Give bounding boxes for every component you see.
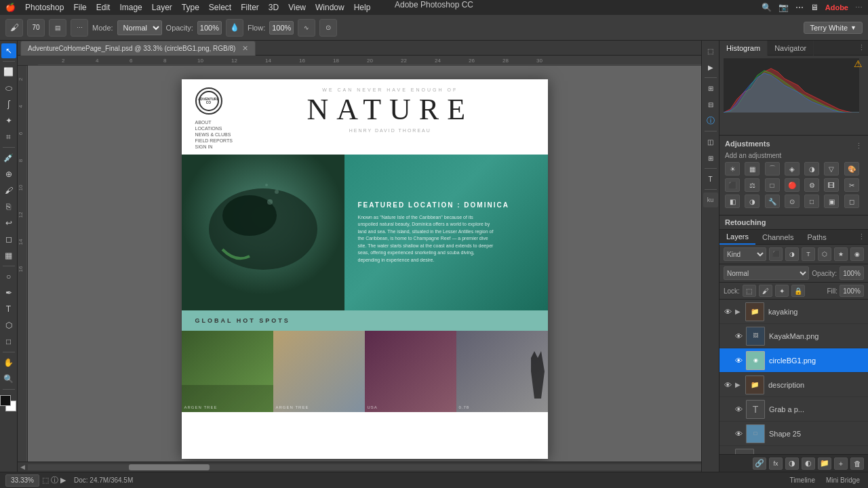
brush-tool[interactable]: 🖌: [1, 183, 16, 198]
compare-btn[interactable]: ◫: [703, 134, 718, 149]
layer-item-shape25[interactable]: 👁 □ Shape 25: [719, 422, 868, 446]
filter-shape-btn[interactable]: ⬡: [818, 247, 831, 261]
tab-layers[interactable]: Layers: [719, 230, 755, 245]
bw-btn[interactable]: ⬛: [725, 178, 740, 192]
tab-navigator[interactable]: Navigator: [768, 41, 814, 56]
extra-btn4[interactable]: ▣: [824, 195, 839, 208]
layer-adjustment-btn[interactable]: ◐: [802, 458, 815, 470]
layer-item-kayaking-text[interactable]: 👁 T KAYAKING: [719, 446, 868, 454]
marquee-rect-tool[interactable]: ⬜: [1, 64, 16, 79]
exposure-btn[interactable]: ◈: [785, 162, 800, 176]
brush-preset-btn[interactable]: ⋯: [71, 19, 88, 37]
move-tool[interactable]: ↖: [1, 43, 16, 58]
filter-smart-btn[interactable]: ★: [834, 247, 848, 261]
layer-visibility-description[interactable]: 👁: [722, 380, 733, 390]
layers-panel-menu[interactable]: ⋮: [858, 232, 868, 241]
layer-expand-description[interactable]: ▶: [735, 381, 743, 388]
menu-view[interactable]: View: [288, 3, 306, 12]
lock-all-btn[interactable]: 🔒: [791, 285, 805, 297]
flow-input[interactable]: [269, 21, 294, 35]
crop-tool[interactable]: ⌗: [1, 129, 16, 144]
history-brush-tool[interactable]: ↩: [1, 216, 16, 230]
layer-mask-btn[interactable]: ◑: [785, 458, 799, 470]
brush-options-btn[interactable]: ▤: [49, 19, 66, 37]
menu-image[interactable]: Image: [119, 3, 142, 12]
doc-canvas[interactable]: ADVENTURE CO ABOUT LOCATIONS NEWS & CLUB…: [28, 66, 701, 462]
menu-edit[interactable]: Edit: [96, 3, 111, 12]
spot-heal-tool[interactable]: ⊕: [1, 167, 16, 182]
artboard-tool[interactable]: ⬚: [703, 43, 718, 58]
eraser-tool[interactable]: ◻: [1, 232, 16, 247]
grid-btn[interactable]: ⊞: [703, 81, 718, 96]
filter-pixel-btn[interactable]: ⬛: [769, 247, 783, 261]
tab-paths[interactable]: Paths: [801, 230, 833, 245]
timeline-tab[interactable]: Timeline: [787, 476, 818, 484]
extra-btn3[interactable]: □: [804, 195, 819, 208]
layer-new-btn[interactable]: +: [834, 458, 848, 470]
photo-filter-btn[interactable]: ⚖: [745, 178, 760, 192]
grid2-btn[interactable]: ⊟: [703, 97, 718, 112]
mode-select[interactable]: Normal: [117, 20, 162, 35]
blend-mode-select[interactable]: Normal: [724, 266, 809, 280]
layer-kind-select[interactable]: Kind: [724, 247, 766, 261]
opacity-input[interactable]: [840, 266, 864, 280]
layer-visibility-shape25[interactable]: 👁: [733, 428, 744, 439]
ku-btn[interactable]: ku: [703, 192, 718, 207]
quick-select-tool[interactable]: ✦: [1, 113, 16, 128]
gradient-map-btn[interactable]: ◧: [725, 195, 740, 208]
pen-tool[interactable]: ✒: [1, 285, 16, 300]
layer-item-grab[interactable]: 👁 T Grab a p...: [719, 397, 868, 422]
adjustments-panel-actions[interactable]: ⋮: [855, 142, 863, 150]
layer-item-circlebg1[interactable]: 👁 ◉ circleBG1.png: [719, 348, 868, 373]
brightness-contrast-btn[interactable]: ☀: [725, 162, 740, 176]
info-btn[interactable]: ⓘ: [703, 113, 718, 128]
layer-visibility-kayaking[interactable]: 👁: [722, 306, 733, 317]
layer-visibility-grab[interactable]: 👁: [733, 404, 744, 415]
filter-adjust-btn[interactable]: ◑: [785, 247, 799, 261]
hsl-btn[interactable]: ▽: [824, 162, 839, 176]
h-scrollbar-thumb[interactable]: [129, 464, 210, 470]
layer-visibility-kayakman[interactable]: 👁: [733, 331, 744, 342]
eyedropper-tool[interactable]: 💉: [1, 150, 16, 165]
scroll-left-btn[interactable]: ◀: [18, 462, 28, 472]
menu-photoshop[interactable]: Photoshop: [25, 3, 64, 12]
layer-expand-kayaking[interactable]: ▶: [735, 308, 743, 315]
layer-item-kayaking[interactable]: 👁 ▶ 📁 kayaking: [719, 300, 868, 324]
marquee-ellipse-tool[interactable]: ⬭: [1, 81, 16, 96]
opacity-input[interactable]: [197, 21, 222, 35]
user-display[interactable]: Terry White ▼: [804, 22, 863, 34]
menu-layer[interactable]: Layer: [152, 3, 172, 12]
gradient-tool[interactable]: ▦: [1, 248, 16, 263]
tab-close-icon[interactable]: ✕: [242, 44, 248, 53]
menu-help[interactable]: Help: [354, 3, 371, 12]
color-chips[interactable]: [0, 395, 19, 414]
type2-btn[interactable]: T: [703, 171, 718, 186]
menu-file[interactable]: File: [73, 3, 86, 12]
panel-top-actions[interactable]: ⋮: [858, 43, 868, 52]
lock-paint-btn[interactable]: 🖌: [759, 285, 772, 297]
zoom-tool[interactable]: 🔍: [1, 371, 16, 386]
zoom-input[interactable]: [5, 474, 39, 487]
menu-filter[interactable]: Filter: [241, 3, 259, 12]
channel-mixer-btn[interactable]: □: [765, 178, 780, 192]
extra-btn2[interactable]: ⊙: [785, 195, 800, 208]
invert-btn[interactable]: ⚙: [804, 178, 819, 192]
menu-3d[interactable]: 3D: [269, 3, 279, 12]
angle-btn[interactable]: ⊙: [319, 19, 337, 37]
levels-btn[interactable]: ▦: [745, 162, 760, 176]
menu-window[interactable]: Window: [315, 3, 344, 12]
threshold-btn[interactable]: ✂: [844, 178, 859, 192]
mini-bridge-tab[interactable]: Mini Bridge: [823, 476, 863, 484]
h-scrollbar[interactable]: ◀: [18, 462, 701, 472]
layer-item-kayakman[interactable]: 👁 🖼 KayakMan.png: [719, 324, 868, 348]
filter-text-btn[interactable]: T: [802, 247, 815, 261]
grid3-btn[interactable]: ⊞: [703, 150, 718, 165]
layer-visibility-circlebg1[interactable]: 👁: [733, 355, 744, 366]
extra-btn5[interactable]: ◻: [844, 195, 859, 208]
lock-position-btn[interactable]: ✦: [775, 285, 789, 297]
more-icon[interactable]: ⋯: [795, 3, 804, 12]
brush-size-btn[interactable]: 70: [27, 19, 45, 37]
filter-toggle-btn[interactable]: ◉: [850, 247, 864, 261]
document-tab[interactable]: AdventureCoHomePage_Final.psd @ 33.3% (c…: [20, 41, 256, 56]
layer-fx-btn[interactable]: fx: [769, 458, 783, 470]
